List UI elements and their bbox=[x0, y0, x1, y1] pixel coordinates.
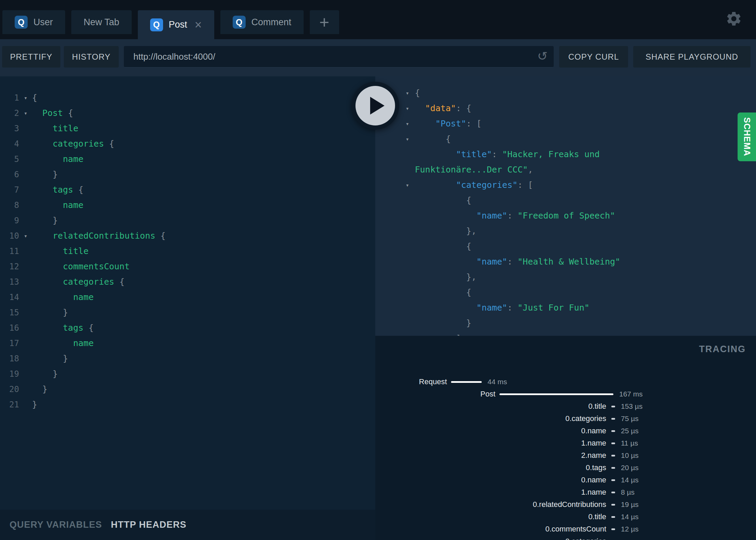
tracing-row-value: 167 ms bbox=[619, 390, 643, 398]
code-text: tags { bbox=[32, 323, 94, 333]
tracing-row-label: 0.relatedContributions bbox=[375, 500, 606, 509]
tracing-row: 0.name25 µs bbox=[375, 425, 756, 437]
tracing-duration-tick bbox=[611, 442, 615, 444]
tracing-row-label: 2.name bbox=[375, 451, 606, 460]
share-playground-button[interactable]: SHARE PLAYGROUND bbox=[633, 46, 751, 68]
editor-line: 18 } bbox=[0, 351, 375, 366]
code-text: name bbox=[32, 200, 84, 210]
history-button[interactable]: HISTORY bbox=[64, 46, 119, 68]
add-tab-button[interactable]: + bbox=[310, 10, 339, 34]
line-number: 18 bbox=[0, 354, 19, 363]
tracing-row-value: 44 ms bbox=[488, 378, 507, 386]
fold-arrow-icon[interactable]: ▾ bbox=[402, 136, 413, 142]
copy-curl-button[interactable]: COPY CURL bbox=[559, 46, 628, 68]
tracing-row-label: 0.categories bbox=[375, 537, 606, 540]
reload-icon[interactable]: ↺ bbox=[537, 49, 548, 63]
url-bar: ↺ bbox=[124, 46, 554, 68]
editor-line: 14 name bbox=[0, 289, 375, 305]
response-line: ▾ "Post": [ bbox=[375, 116, 756, 131]
tab-new-tab[interactable]: New Tab bbox=[71, 10, 132, 34]
tracing-row-label: 1.name bbox=[375, 488, 606, 497]
response-line: }, bbox=[375, 269, 756, 285]
query-badge: Q bbox=[150, 18, 163, 31]
prettify-button[interactable]: PRETTIFY bbox=[2, 46, 60, 68]
tracing-row: Request44 ms bbox=[375, 376, 756, 388]
editor-line: 5 name bbox=[0, 151, 375, 167]
code-text: title bbox=[32, 123, 78, 133]
editor-line: 2▾ Post { bbox=[0, 105, 375, 121]
editor-line: 10▾ relatedContributions { bbox=[0, 228, 375, 243]
editor-line: 12 commentsCount bbox=[0, 259, 375, 274]
tracing-row-value: 20 µs bbox=[621, 464, 639, 472]
tracing-duration-bar bbox=[451, 381, 482, 383]
tracing-row-value: 14 µs bbox=[621, 476, 639, 484]
tracing-row-value: 25 µs bbox=[621, 427, 639, 435]
tracing-panel-title[interactable]: TRACING bbox=[699, 344, 746, 355]
response-line: ▾{ bbox=[375, 85, 756, 101]
tracing-duration-tick bbox=[611, 455, 615, 456]
close-icon[interactable]: × bbox=[195, 19, 202, 31]
editor-line: 15 } bbox=[0, 305, 375, 320]
fold-arrow-icon[interactable]: ▾ bbox=[402, 182, 413, 189]
tracing-row-value: 14 µs bbox=[621, 513, 639, 521]
line-number: 21 bbox=[0, 400, 19, 409]
tracing-row: 0.categories75 µs bbox=[375, 412, 756, 425]
editor-line: 4 categories { bbox=[0, 136, 375, 151]
execute-button-circle bbox=[355, 86, 395, 125]
code-text: relatedContributions { bbox=[32, 231, 165, 241]
editor-line: 1▾{ bbox=[0, 90, 375, 105]
tracing-row-value: 11 µs bbox=[621, 439, 638, 447]
tracing-row: 0.tags20 µs bbox=[375, 462, 756, 474]
line-number: 12 bbox=[0, 262, 19, 271]
tracing-row: 0.categories bbox=[375, 535, 756, 540]
tracing-row: 1.name11 µs bbox=[375, 437, 756, 449]
plus-icon: + bbox=[319, 12, 329, 32]
line-number: 10 bbox=[0, 231, 19, 241]
query-badge: Q bbox=[15, 16, 28, 29]
tab-label: Comment bbox=[251, 17, 291, 28]
line-number: 6 bbox=[0, 170, 19, 179]
code-text: } bbox=[32, 400, 37, 409]
endpoint-url-input[interactable] bbox=[124, 46, 554, 68]
toolbar: PRETTIFY HISTORY ↺ COPY CURL SHARE PLAYG… bbox=[0, 39, 756, 76]
response-line: { bbox=[375, 193, 756, 208]
tracing-row-value: 8 µs bbox=[621, 488, 635, 496]
query-editor[interactable]: 1▾{2▾ Post {3 title4 categories {5 name6… bbox=[0, 76, 375, 510]
code-text: commentsCount bbox=[32, 261, 130, 271]
tracing-row: 2.name10 µs bbox=[375, 449, 756, 462]
tracing-row: 0.title153 µs bbox=[375, 400, 756, 412]
editor-line: 20 } bbox=[0, 381, 375, 397]
response-viewer: ▾{▾ "data": {▾ "Post": [▾ { "title": "Ha… bbox=[375, 76, 756, 336]
fold-arrow-icon[interactable]: ▾ bbox=[19, 232, 32, 239]
tab-user[interactable]: QUser bbox=[2, 10, 65, 34]
tracing-row-label: 0.title bbox=[375, 402, 606, 411]
tracing-row-label: 0.name bbox=[375, 476, 606, 484]
fold-arrow-icon[interactable]: ▾ bbox=[19, 110, 32, 117]
response-line: ▾ { bbox=[375, 131, 756, 147]
fold-arrow-icon[interactable]: ▾ bbox=[402, 120, 413, 127]
execute-button[interactable] bbox=[351, 82, 399, 130]
tab-post[interactable]: QPost× bbox=[138, 10, 214, 39]
settings-button[interactable] bbox=[725, 10, 742, 28]
code-text: } bbox=[32, 369, 58, 379]
http-headers-toggle[interactable]: HTTP HEADERS bbox=[111, 520, 187, 530]
code-text: categories { bbox=[32, 277, 125, 287]
line-number: 9 bbox=[0, 216, 19, 225]
tab-comment[interactable]: QComment bbox=[220, 10, 304, 34]
tracing-row-label: Request bbox=[375, 377, 447, 386]
code-text: title bbox=[32, 246, 89, 256]
fold-arrow-icon[interactable]: ▾ bbox=[402, 105, 413, 112]
graphql-playground: QUserNew TabQPost×QComment+ PRETTIFY HIS… bbox=[0, 0, 756, 540]
query-editor-code: 1▾{2▾ Post {3 title4 categories {5 name6… bbox=[0, 76, 375, 412]
query-variables-toggle[interactable]: QUERY VARIABLES bbox=[10, 520, 102, 530]
tracing-row-label: 0.name bbox=[375, 426, 606, 435]
fold-arrow-icon[interactable]: ▾ bbox=[402, 90, 413, 96]
schema-tab-button[interactable]: SCHEMA bbox=[738, 112, 756, 161]
tracing-row-label: 1.name bbox=[375, 439, 606, 448]
editor-line: 6 } bbox=[0, 167, 375, 182]
tracing-row-label: 0.title bbox=[375, 512, 606, 521]
tracing-row: 0.title14 µs bbox=[375, 511, 756, 523]
fold-arrow-icon[interactable]: ▾ bbox=[19, 94, 32, 101]
response-line: "name": "Health & Wellbeing" bbox=[375, 254, 756, 269]
editor-footer: QUERY VARIABLES HTTP HEADERS bbox=[0, 510, 375, 540]
